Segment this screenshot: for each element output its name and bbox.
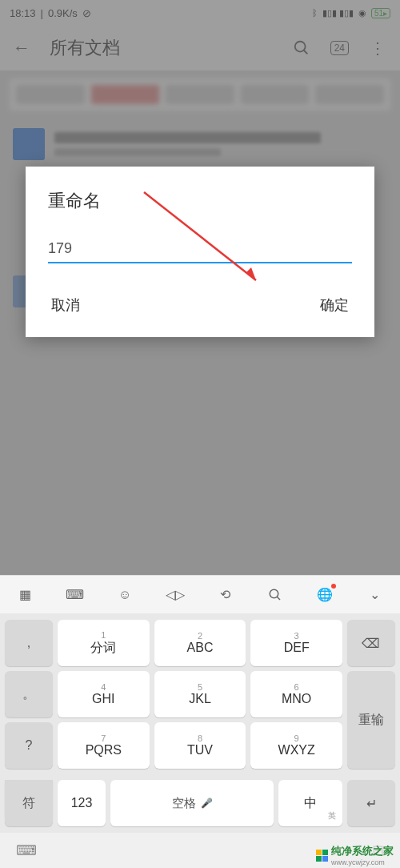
confirm-button[interactable]: 确定 xyxy=(317,289,352,321)
rename-input[interactable] xyxy=(48,235,352,263)
rename-dialog: 重命名 取消 确定 xyxy=(26,167,374,337)
kb-key-5[interactable]: 5JKL xyxy=(154,671,246,717)
kb-emoji-icon[interactable]: ☺ xyxy=(112,582,138,608)
kb-key-4[interactable]: 4GHI xyxy=(58,671,150,717)
kb-backspace[interactable]: ⌫ xyxy=(347,620,395,666)
cancel-button[interactable]: 取消 xyxy=(48,289,83,321)
kb-globe-icon[interactable]: 🌐 xyxy=(312,582,338,608)
svg-line-5 xyxy=(277,597,280,600)
mic-icon: 🎤 xyxy=(201,798,213,809)
kb-grid-icon[interactable]: ▦ xyxy=(12,582,38,608)
kb-enter[interactable]: ↵ xyxy=(347,780,395,826)
watermark: 纯净系统之家 www.ycwjzy.com xyxy=(315,844,394,866)
kb-key-7[interactable]: 7PQRS xyxy=(58,722,150,769)
dialog-title: 重命名 xyxy=(48,189,352,213)
kb-key-6[interactable]: 6MNO xyxy=(250,671,342,717)
kb-symbol[interactable]: 符 xyxy=(5,780,53,826)
kb-question[interactable]: ? xyxy=(5,722,53,769)
kb-cursor-icon[interactable]: ◁▷ xyxy=(162,582,188,608)
kb-key-9[interactable]: 9WXYZ xyxy=(250,722,342,769)
keyboard-toolbar: ▦ ⌨ ☺ ◁▷ ⟲ 🌐 ⌄ xyxy=(0,575,400,613)
kb-collapse-icon[interactable]: ⌄ xyxy=(362,582,388,608)
kb-key-3[interactable]: 3DEF xyxy=(250,620,342,666)
kb-comma[interactable]: , xyxy=(5,620,53,666)
kb-language[interactable]: 中英 xyxy=(278,780,342,826)
kb-reinput[interactable]: 重输 xyxy=(347,671,395,769)
kb-numeric[interactable]: 123 xyxy=(58,780,106,826)
kb-key-8[interactable]: 8TUV xyxy=(154,722,246,769)
kb-key-2[interactable]: 2ABC xyxy=(154,620,246,666)
kb-link-icon[interactable]: ⟲ xyxy=(212,582,238,608)
kb-search-icon[interactable] xyxy=(262,582,288,608)
svg-point-4 xyxy=(270,589,278,598)
keyboard: ▦ ⌨ ☺ ◁▷ ⟲ 🌐 ⌄ , 1分词 2ABC 3DEF ⌫ 。 4GHI … xyxy=(0,575,400,868)
kb-switch-icon[interactable]: ⌨ xyxy=(16,842,37,859)
kb-keyboard-icon[interactable]: ⌨ xyxy=(62,582,88,608)
kb-key-1[interactable]: 1分词 xyxy=(58,620,150,666)
kb-space[interactable]: 空格🎤 xyxy=(110,780,274,826)
kb-period[interactable]: 。 xyxy=(5,671,53,717)
